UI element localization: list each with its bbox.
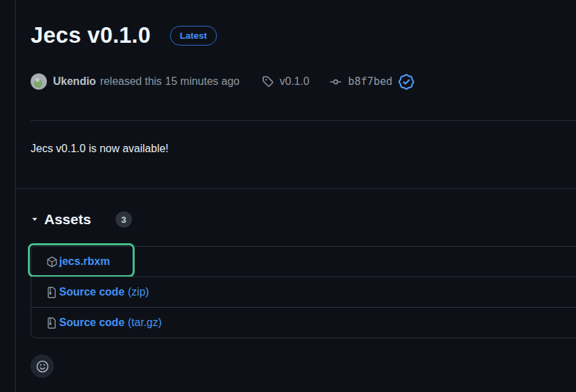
release-body-text: Jecs v0.1.0 is now available! — [31, 141, 576, 157]
asset-name: jecs.rbxm — [59, 255, 110, 268]
assets-heading: Assets — [44, 210, 91, 229]
package-icon — [46, 256, 58, 268]
asset-link-jecs-rbxm[interactable]: jecs.rbxm — [46, 255, 110, 268]
file-zip-icon — [46, 287, 58, 298]
asset-link-source-zip[interactable]: Source code (zip) — [46, 286, 149, 298]
smiley-icon — [36, 360, 49, 373]
asset-suffix: (tar.gz) — [128, 317, 162, 329]
author-link[interactable]: Ukendio — [53, 75, 96, 88]
table-row: jecs.rbxm — [31, 247, 576, 277]
add-reaction-button[interactable] — [31, 355, 54, 378]
release-header: Jecs v0.1.0 Latest Ukendio released this… — [15, 0, 576, 90]
commit-sha: b8f7bed — [348, 75, 392, 88]
assets-section: Assets 3 jecs.rbxm — [15, 188, 576, 378]
asset-suffix: (zip) — [128, 286, 149, 298]
release-meta-row: Ukendio released this 15 minutes ago v0.… — [31, 73, 576, 90]
release-title: Jecs v0.1.0 — [31, 20, 151, 50]
table-row: Source code (zip) — [31, 277, 576, 307]
avatar[interactable] — [31, 73, 47, 90]
release-card: Jecs v0.1.0 Latest Ukendio released this… — [15, 0, 576, 378]
asset-link-source-targz[interactable]: Source code (tar.gz) — [46, 317, 162, 329]
released-time: 15 minutes ago — [165, 75, 239, 88]
asset-name: Source code — [59, 286, 124, 298]
divider — [31, 120, 576, 121]
tag-name: v0.1.0 — [279, 75, 309, 88]
tag-group: v0.1.0 — [262, 75, 309, 88]
table-row: Source code (tar.gz) — [31, 307, 576, 338]
latest-badge: Latest — [170, 26, 218, 46]
verified-icon[interactable] — [399, 74, 414, 90]
commit-group: b8f7bed — [330, 75, 392, 88]
assets-toggle[interactable]: Assets 3 — [31, 210, 576, 229]
git-commit-icon — [330, 76, 341, 88]
released-label: released this — [100, 75, 162, 88]
assets-count-badge: 3 — [116, 211, 132, 228]
tag-icon — [262, 76, 273, 88]
asset-name: Source code — [59, 317, 124, 329]
caret-down-icon — [31, 215, 39, 224]
assets-table: jecs.rbxm Source code (zip) — [31, 246, 576, 338]
file-zip-icon — [46, 317, 58, 329]
